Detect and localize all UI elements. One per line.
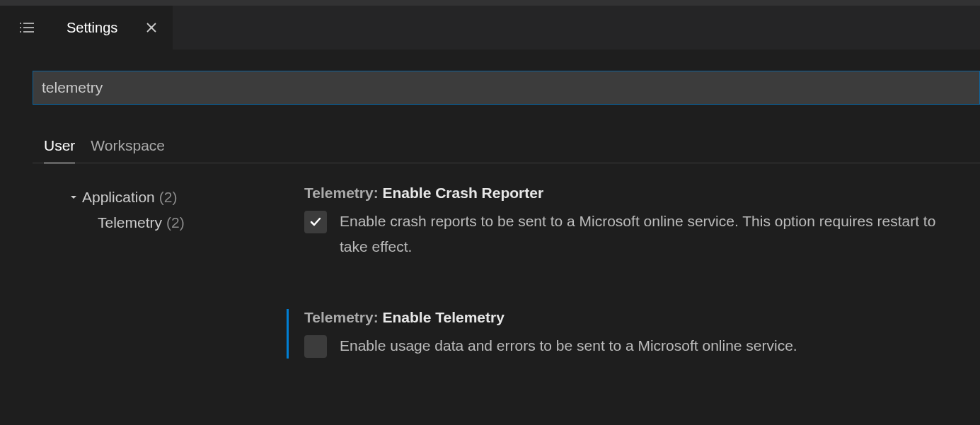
settings-tab[interactable]: Settings: [0, 6, 173, 50]
tab-workspace[interactable]: Workspace: [91, 132, 165, 163]
setting-item-enable-telemetry: Telemetry: Enable Telemetry Enable usage…: [287, 309, 966, 359]
toc-count: (2): [159, 189, 178, 206]
setting-name: Enable Telemetry: [383, 309, 505, 325]
setting-description: Enable usage data and errors to be sent …: [340, 333, 797, 359]
settings-body: User Workspace Application (2) Telemetry…: [0, 50, 980, 408]
setting-control: Enable crash reports to be sent to a Mic…: [304, 209, 966, 260]
setting-category: Telemetry:: [304, 309, 379, 325]
tab-bar: Settings: [0, 6, 980, 50]
tab-title: Settings: [67, 20, 117, 36]
settings-list-icon: [20, 21, 34, 35]
table-of-contents: Application (2) Telemetry (2): [33, 185, 301, 408]
setting-control: Enable usage data and errors to be sent …: [304, 333, 966, 359]
tab-user[interactable]: User: [44, 132, 75, 163]
setting-title: Telemetry: Enable Telemetry: [304, 309, 966, 326]
search-input[interactable]: [33, 71, 980, 105]
checkbox-enable-telemetry[interactable]: [304, 335, 327, 358]
search-container: [33, 71, 980, 105]
setting-description: Enable crash reports to be sent to a Mic…: [340, 209, 966, 260]
checkbox-crash-reporter[interactable]: [304, 211, 327, 233]
close-icon[interactable]: [143, 19, 160, 36]
chevron-down-icon: [68, 193, 79, 202]
setting-item-crash-reporter: Telemetry: Enable Crash Reporter Enable …: [301, 185, 966, 260]
toc-count: (2): [166, 214, 185, 231]
toc-item-application[interactable]: Application (2): [68, 185, 301, 210]
setting-category: Telemetry:: [304, 185, 379, 201]
title-bar: [0, 0, 980, 6]
setting-name: Enable Crash Reporter: [383, 185, 544, 201]
setting-title: Telemetry: Enable Crash Reporter: [304, 185, 966, 202]
toc-item-telemetry[interactable]: Telemetry (2): [68, 210, 301, 235]
settings-list: Telemetry: Enable Crash Reporter Enable …: [301, 185, 980, 408]
toc-label: Application: [82, 189, 155, 206]
toc-label: Telemetry: [98, 214, 162, 231]
scope-tabs: User Workspace: [33, 132, 980, 163]
content-area: Application (2) Telemetry (2) Telemetry:…: [33, 185, 980, 408]
